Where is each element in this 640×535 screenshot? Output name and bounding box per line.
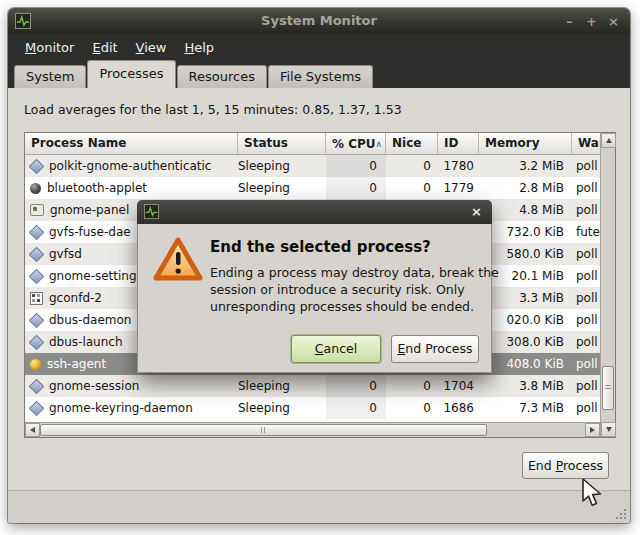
menu-view[interactable]: View xyxy=(127,37,176,58)
cell-memory: 2.8 MiB xyxy=(479,177,572,199)
diamond-icon xyxy=(29,400,45,416)
cell-cpu: 0 xyxy=(326,177,386,199)
cell-wait: poll xyxy=(572,375,600,397)
cell-name: polkit-gnome-authenticatic xyxy=(25,155,238,177)
cell-cpu: 0 xyxy=(326,397,386,419)
cell-name: gnome-keyring-daemon xyxy=(25,397,238,419)
cell-memory: 4.8 MiB xyxy=(479,199,572,221)
arrow-right-icon xyxy=(590,427,595,433)
warning-icon xyxy=(152,236,204,284)
dialog-end-process-button[interactable]: End Process xyxy=(391,335,479,363)
panel-icon xyxy=(30,204,44,216)
cell-memory: 408.0 KiB xyxy=(479,353,572,375)
dark-sphere-icon xyxy=(30,183,41,194)
scroll-left-button[interactable] xyxy=(25,423,40,437)
cell-wait: poll xyxy=(572,199,600,221)
diamond-icon xyxy=(29,268,45,284)
cell-wait: fute xyxy=(572,221,600,243)
cell-name: gnome-session xyxy=(25,375,238,397)
cell-wait: poll xyxy=(572,309,600,331)
cell-nice: 0 xyxy=(386,397,438,419)
column-header-status[interactable]: Status xyxy=(238,133,326,154)
table-row[interactable]: gnome-keyring-daemonSleeping0016867.3 Mi… xyxy=(25,397,600,419)
cell-wait: poll xyxy=(572,265,600,287)
sort-ascending-icon: ∧ xyxy=(376,139,383,149)
cell-wait: poll xyxy=(572,155,600,177)
dialog-close-button[interactable]: × xyxy=(471,200,482,224)
cell-status: Sleeping xyxy=(238,155,326,177)
load-averages-text: Load averages for the last 1, 5, 15 minu… xyxy=(24,102,402,117)
table-row[interactable]: bluetooth-appletSleeping0017792.8 MiBpol… xyxy=(25,177,600,199)
menubar: MonitorEditViewHelp xyxy=(8,34,630,60)
vertical-scrollbar-thumb[interactable] xyxy=(602,366,614,410)
resize-grip-icon[interactable] xyxy=(614,507,626,519)
cell-name: bluetooth-applet xyxy=(25,177,238,199)
cell-wait: poll xyxy=(572,353,600,375)
menu-help[interactable]: Help xyxy=(175,37,223,58)
cell-id: 1780 xyxy=(438,155,479,177)
menu-edit[interactable]: Edit xyxy=(83,37,126,58)
cell-memory: 308.0 KiB xyxy=(479,331,572,353)
cell-id: 1704 xyxy=(438,375,479,397)
cell-wait: poll xyxy=(572,331,600,353)
dialog-body: End the selected process? Ending a proce… xyxy=(137,224,492,373)
tab-resources[interactable]: Resources xyxy=(177,65,267,88)
horizontal-scrollbar[interactable] xyxy=(25,422,600,437)
arrow-down-icon xyxy=(606,427,612,432)
menu-monitor[interactable]: Monitor xyxy=(16,37,83,58)
table-row[interactable]: polkit-gnome-authenticaticSleeping001780… xyxy=(25,155,600,177)
dialog-buttons: Cancel End Process xyxy=(291,335,479,363)
grid-icon xyxy=(30,292,43,305)
horizontal-scrollbar-thumb[interactable] xyxy=(40,424,487,436)
cancel-button[interactable]: Cancel xyxy=(291,335,381,363)
window-title: System Monitor xyxy=(8,8,630,34)
cell-status: Sleeping xyxy=(238,177,326,199)
tab-file-systems[interactable]: File Systems xyxy=(268,65,373,88)
scroll-down-button[interactable] xyxy=(601,422,616,437)
window-controls: – + × xyxy=(563,8,620,34)
maximize-button[interactable]: + xyxy=(585,14,598,29)
dialog-message: Ending a process may destroy data, break… xyxy=(210,264,502,315)
cell-wait: poll xyxy=(572,177,600,199)
cell-cpu: 0 xyxy=(326,375,386,397)
system-monitor-icon xyxy=(144,204,159,219)
minimize-button[interactable]: – xyxy=(563,14,576,29)
close-button[interactable]: × xyxy=(607,14,620,29)
cell-nice: 0 xyxy=(386,375,438,397)
cell-wait: poll xyxy=(572,397,600,419)
window-titlebar[interactable]: System Monitor – + × xyxy=(8,8,630,34)
cell-memory: 3.8 MiB xyxy=(479,375,572,397)
cell-wait: poll xyxy=(572,243,600,265)
cell-nice: 0 xyxy=(386,177,438,199)
vertical-scrollbar[interactable] xyxy=(600,133,615,437)
dialog-heading: End the selected process? xyxy=(210,238,431,256)
column-header-cpu[interactable]: % CPU ∧ xyxy=(326,133,386,154)
statusbar xyxy=(8,490,630,523)
tab-strip: SystemProcessesResourcesFile Systems xyxy=(8,60,630,88)
column-header-waiting-channel[interactable]: Wai xyxy=(572,133,600,154)
diamond-icon xyxy=(29,334,45,350)
column-header-id[interactable]: ID xyxy=(438,133,479,154)
end-process-button[interactable]: End Process xyxy=(522,452,609,479)
gold-sphere-icon xyxy=(30,359,41,370)
table-header: Process Name Status % CPU ∧ Nice ID Memo… xyxy=(25,133,600,155)
cell-memory: 580.0 KiB xyxy=(479,243,572,265)
table-row[interactable]: gnome-sessionSleeping0017043.8 MiBpoll xyxy=(25,375,600,397)
scroll-right-button[interactable] xyxy=(585,423,600,437)
cell-cpu: 0 xyxy=(326,155,386,177)
tab-processes[interactable]: Processes xyxy=(87,60,175,88)
column-header-process-name[interactable]: Process Name xyxy=(25,133,238,154)
scroll-up-button[interactable] xyxy=(601,133,616,148)
tab-system[interactable]: System xyxy=(14,65,86,88)
cell-wait: poll xyxy=(572,287,600,309)
column-header-memory[interactable]: Memory xyxy=(479,133,572,154)
cell-id: 1686 xyxy=(438,397,479,419)
arrow-left-icon xyxy=(30,427,35,433)
cell-status: Sleeping xyxy=(238,397,326,419)
cell-memory: 732.0 KiB xyxy=(479,221,572,243)
diamond-icon xyxy=(29,224,45,240)
cell-memory: 7.3 MiB xyxy=(479,397,572,419)
dialog-titlebar[interactable]: × xyxy=(137,200,492,224)
cell-id: 1779 xyxy=(438,177,479,199)
column-header-nice[interactable]: Nice xyxy=(386,133,438,154)
